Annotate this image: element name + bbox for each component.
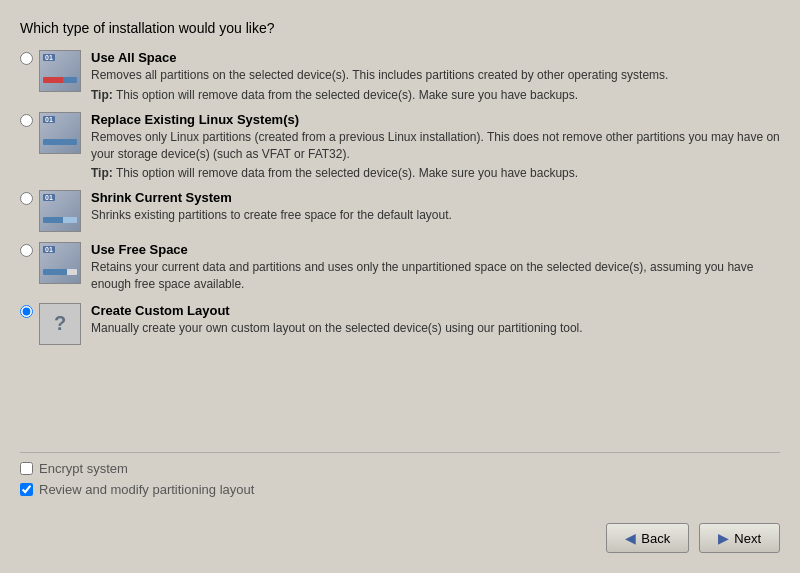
options-container: 01Use All SpaceRemoves all partitions on…: [20, 50, 780, 345]
disk-icon-inner: 01: [40, 113, 80, 153]
question-mark-icon: ?: [54, 312, 66, 335]
radio-replace-linux[interactable]: [20, 114, 33, 127]
option-title-use-free-space: Use Free Space: [91, 242, 780, 257]
option-row-replace-linux: 01Replace Existing Linux System(s)Remove…: [20, 112, 780, 181]
icon-create-custom: ?: [39, 303, 81, 345]
checkbox-row-encrypt-system: Encrypt system: [20, 461, 780, 476]
checkbox-label-encrypt-system: Encrypt system: [39, 461, 128, 476]
next-arrow-icon: ▶: [718, 530, 729, 546]
divider: [20, 452, 780, 453]
icon-use-free-space: 01: [39, 242, 81, 284]
disk-label: 01: [43, 246, 55, 253]
option-text-shrink-current: Shrink Current SystemShrinks existing pa…: [91, 190, 780, 224]
option-row-use-free-space: 01Use Free SpaceRetains your current dat…: [20, 242, 780, 293]
option-title-shrink-current: Shrink Current System: [91, 190, 780, 205]
next-label: Next: [734, 531, 761, 546]
disk-icon-inner: 01: [40, 191, 80, 231]
disk-icon-inner: 01: [40, 51, 80, 91]
option-title-create-custom: Create Custom Layout: [91, 303, 780, 318]
option-text-create-custom: Create Custom LayoutManually create your…: [91, 303, 780, 337]
checkbox-review-partitioning[interactable]: [20, 483, 33, 496]
disk-bar-free: [43, 269, 77, 275]
option-desc-shrink-current: Shrinks existing partitions to create fr…: [91, 207, 780, 224]
checkbox-row-review-partitioning: Review and modify partitioning layout: [20, 482, 780, 497]
radio-shrink-current[interactable]: [20, 192, 33, 205]
checkbox-label-review-partitioning: Review and modify partitioning layout: [39, 482, 254, 497]
next-button[interactable]: ▶ Next: [699, 523, 780, 553]
back-label: Back: [641, 531, 670, 546]
disk-label: 01: [43, 194, 55, 201]
disk-label: 01: [43, 116, 55, 123]
option-tip-replace-linux: Tip: This option will remove data from t…: [91, 166, 780, 180]
icon-shrink-current: 01: [39, 190, 81, 232]
option-desc-replace-linux: Removes only Linux partitions (created f…: [91, 129, 780, 163]
option-desc-use-all-space: Removes all partitions on the selected d…: [91, 67, 780, 84]
option-title-use-all-space: Use All Space: [91, 50, 780, 65]
icon-use-all-space: 01: [39, 50, 81, 92]
option-text-use-free-space: Use Free SpaceRetains your current data …: [91, 242, 780, 293]
disk-bar-shrink: [43, 217, 77, 223]
disk-bar-red: [43, 77, 77, 83]
option-title-replace-linux: Replace Existing Linux System(s): [91, 112, 780, 127]
checkboxes-container: Encrypt systemReview and modify partitio…: [20, 461, 780, 497]
disk-icon-inner: 01: [40, 243, 80, 283]
main-content: Which type of installation would you lik…: [0, 0, 800, 442]
button-bar: ◀ Back ▶ Next: [0, 513, 800, 573]
radio-use-all-space[interactable]: [20, 52, 33, 65]
option-row-create-custom: ?Create Custom LayoutManually create you…: [20, 303, 780, 345]
disk-label: 01: [43, 54, 55, 61]
option-row-shrink-current: 01Shrink Current SystemShrinks existing …: [20, 190, 780, 232]
option-desc-use-free-space: Retains your current data and partitions…: [91, 259, 780, 293]
option-tip-use-all-space: Tip: This option will remove data from t…: [91, 88, 780, 102]
page-title: Which type of installation would you lik…: [20, 20, 780, 36]
back-button[interactable]: ◀ Back: [606, 523, 689, 553]
option-text-replace-linux: Replace Existing Linux System(s)Removes …: [91, 112, 780, 181]
option-text-use-all-space: Use All SpaceRemoves all partitions on t…: [91, 50, 780, 102]
icon-replace-linux: 01: [39, 112, 81, 154]
option-row-use-all-space: 01Use All SpaceRemoves all partitions on…: [20, 50, 780, 102]
option-desc-create-custom: Manually create your own custom layout o…: [91, 320, 780, 337]
radio-create-custom[interactable]: [20, 305, 33, 318]
radio-use-free-space[interactable]: [20, 244, 33, 257]
back-arrow-icon: ◀: [625, 530, 636, 546]
checkbox-encrypt-system[interactable]: [20, 462, 33, 475]
disk-bar-blue: [43, 139, 77, 145]
bottom-options: Encrypt systemReview and modify partitio…: [0, 442, 800, 513]
